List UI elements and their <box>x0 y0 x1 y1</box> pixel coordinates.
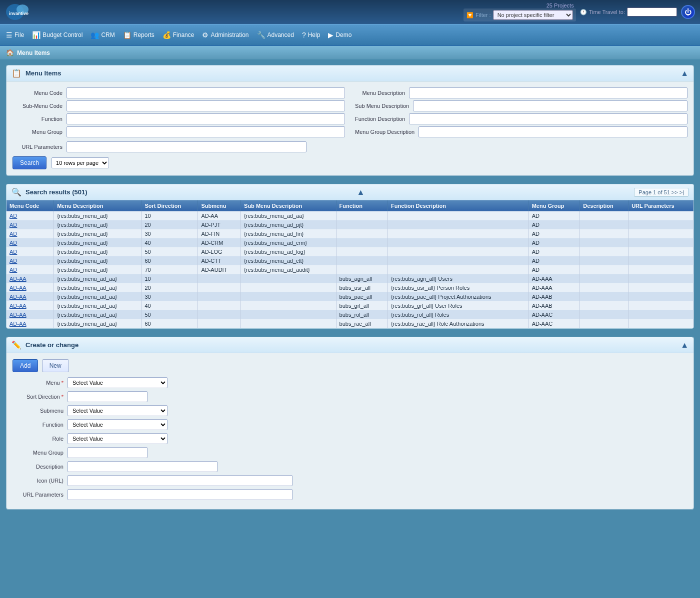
menu-group-input[interactable] <box>66 126 345 137</box>
create-change-collapse-button[interactable]: ▲ <box>680 341 688 350</box>
create-sort-direction-row: Sort Direction <box>12 391 688 402</box>
table-cell[interactable]: AD <box>6 256 54 265</box>
col-header-function: Function <box>336 200 388 211</box>
table-cell: {res:bubs_menu_ad_ctt} <box>241 256 336 265</box>
menu-items-collapse-button[interactable]: ▲ <box>680 69 688 78</box>
nav-item-finance[interactable]: 💰 Finance <box>158 26 198 44</box>
table-cell: AD <box>528 247 580 256</box>
nav-item-reports[interactable]: 📋 Reports <box>119 26 158 44</box>
table-cell <box>336 229 388 238</box>
create-submenu-select[interactable]: Select Value <box>68 405 168 416</box>
create-sort-direction-input[interactable] <box>68 391 148 402</box>
table-cell: AD-AAB <box>528 301 580 310</box>
results-table-head: Menu Code Menu Description Sort Directio… <box>6 200 694 211</box>
table-cell <box>580 238 628 247</box>
create-role-label: Role <box>12 436 68 442</box>
url-params-input[interactable] <box>66 141 306 152</box>
table-cell: {res:bubs_menu_ad_aa} <box>54 283 142 292</box>
table-cell[interactable]: AD-AA <box>6 274 54 283</box>
table-cell: bubs_grl_all <box>336 301 388 310</box>
menu-description-input[interactable] <box>409 87 688 98</box>
new-button[interactable]: New <box>42 359 69 372</box>
search-results-collapse-button[interactable]: ▲ <box>357 188 365 197</box>
function-input[interactable] <box>66 113 345 124</box>
table-cell[interactable]: AD-AA <box>6 319 54 328</box>
table-cell: 60 <box>142 319 198 328</box>
sub-menu-code-row: Sub-Menu Code <box>12 100 345 111</box>
table-cell[interactable]: AD-AA <box>6 310 54 319</box>
create-role-select[interactable]: Select Value <box>68 433 168 444</box>
filter-select[interactable]: No project specific filter <box>493 10 573 20</box>
function-description-input[interactable] <box>409 113 688 124</box>
menu-group-description-input[interactable] <box>418 126 688 137</box>
function-description-label: Function Description <box>355 116 405 122</box>
table-cell <box>241 283 336 292</box>
table-cell <box>388 229 529 238</box>
function-label: Function <box>12 116 62 122</box>
create-function-select[interactable]: Select Value <box>68 419 168 430</box>
table-cell[interactable]: AD <box>6 229 54 238</box>
power-button[interactable]: ⏻ <box>681 5 695 19</box>
table-cell[interactable]: AD <box>6 238 54 247</box>
table-cell: {res:bubs_menu_ad_aa} <box>54 301 142 310</box>
menu-code-input[interactable] <box>66 87 345 98</box>
nav-item-demo[interactable]: ▶ Demo <box>324 26 356 44</box>
page-info[interactable]: Page 1 of 51 >> >| <box>634 188 688 197</box>
table-cell <box>580 220 628 229</box>
table-cell[interactable]: AD <box>6 247 54 256</box>
nav-item-crm[interactable]: 👥 CRM <box>86 26 118 44</box>
table-cell[interactable]: AD-AA <box>6 292 54 301</box>
table-cell[interactable]: AD <box>6 220 54 229</box>
function-row: Function <box>12 113 345 124</box>
table-cell: {res:bubs_menu_ad} <box>54 211 142 220</box>
table-cell <box>580 301 628 310</box>
search-action-row: Search 10 rows per page 25 rows per page… <box>12 156 688 169</box>
administration-nav-icon: ⚙ <box>202 31 208 39</box>
nav-label-file: File <box>14 31 24 38</box>
sub-menu-code-input[interactable] <box>66 100 345 111</box>
rows-per-page-select[interactable]: 10 rows per page 25 rows per page 50 row… <box>52 157 109 168</box>
table-cell[interactable]: AD-AA <box>6 283 54 292</box>
table-row: AD{res:bubs_menu_ad}20AD-PJT{res:bubs_me… <box>6 220 694 229</box>
table-cell: AD-AAA <box>528 274 580 283</box>
left-form-column: Menu Code Sub-Menu Code Function Menu Gr… <box>12 87 345 139</box>
table-cell <box>388 247 529 256</box>
search-button[interactable]: Search <box>12 156 46 169</box>
filter-icon: 🔽 <box>466 12 474 18</box>
create-change-panel: ✏️ Create or change ▲ Add New Menu Selec… <box>6 337 694 510</box>
create-url-params-form-input[interactable] <box>68 489 292 500</box>
advanced-nav-icon: 🔧 <box>257 31 266 39</box>
table-cell: 10 <box>142 211 198 220</box>
url-params-row: URL Parameters <box>12 141 688 152</box>
table-cell <box>241 310 336 319</box>
table-cell: {res:bubs_menu_ad} <box>54 247 142 256</box>
nav-item-file[interactable]: ☰ File <box>2 26 28 44</box>
table-cell[interactable]: AD <box>6 265 54 274</box>
nav-item-advanced[interactable]: 🔧 Advanced <box>253 26 298 44</box>
nav-item-budget-control[interactable]: 📊 Budget Control <box>28 26 86 44</box>
table-cell <box>336 256 388 265</box>
sub-menu-description-input[interactable] <box>413 100 688 111</box>
table-cell: {res:bubs_usr_all} Person Roles <box>388 283 529 292</box>
nav-item-administration[interactable]: ⚙ Administration <box>198 26 252 44</box>
create-description-input[interactable] <box>68 461 218 472</box>
table-row: AD{res:bubs_menu_ad}10AD-AA{res:bubs_men… <box>6 211 694 220</box>
create-menu-select[interactable]: Select Value <box>68 377 168 388</box>
create-function-label: Function <box>12 422 68 428</box>
table-cell[interactable]: AD <box>6 211 54 220</box>
table-cell <box>580 256 628 265</box>
table-cell <box>241 301 336 310</box>
home-icon[interactable]: 🏠 <box>6 49 14 56</box>
menu-items-panel-body: Menu Code Sub-Menu Code Function Menu Gr… <box>6 81 694 175</box>
table-cell[interactable]: AD-AA <box>6 301 54 310</box>
breadcrumb: 🏠 Menu Items <box>0 46 700 60</box>
time-travel-input[interactable] <box>627 7 677 16</box>
reports-nav-icon: 📋 <box>123 31 132 39</box>
create-change-title: Create or change <box>26 341 78 349</box>
create-menu-group-input[interactable] <box>68 447 148 458</box>
table-cell <box>580 283 628 292</box>
table-cell <box>580 292 628 301</box>
create-icon-url-input[interactable] <box>68 475 292 486</box>
add-button[interactable]: Add <box>12 359 38 372</box>
nav-item-help[interactable]: ? Help <box>298 26 324 44</box>
